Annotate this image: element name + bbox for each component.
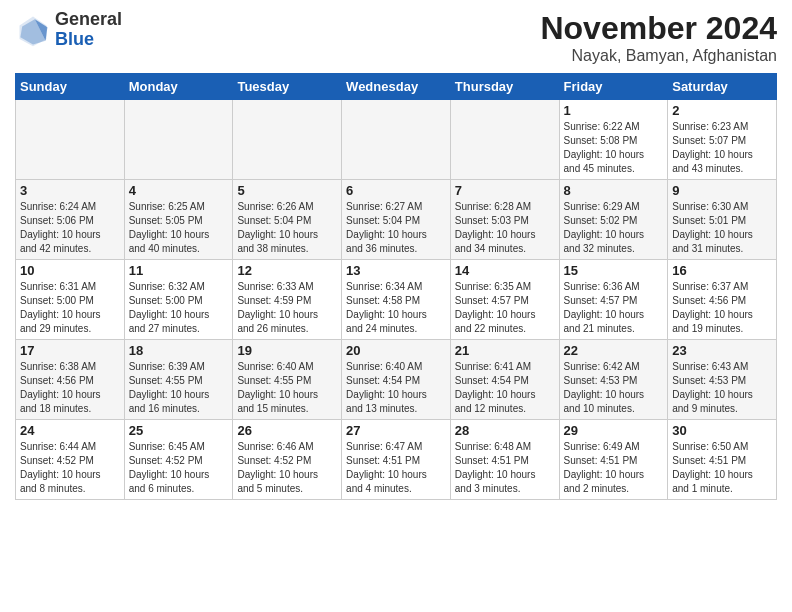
day-number: 8 — [564, 183, 664, 198]
calendar-cell-w5-d2: 26Sunrise: 6:46 AM Sunset: 4:52 PM Dayli… — [233, 420, 342, 500]
day-info: Sunrise: 6:37 AM Sunset: 4:56 PM Dayligh… — [672, 280, 772, 336]
day-info: Sunrise: 6:35 AM Sunset: 4:57 PM Dayligh… — [455, 280, 555, 336]
calendar-cell-w5-d4: 28Sunrise: 6:48 AM Sunset: 4:51 PM Dayli… — [450, 420, 559, 500]
weekday-sunday: Sunday — [16, 74, 125, 100]
day-info: Sunrise: 6:23 AM Sunset: 5:07 PM Dayligh… — [672, 120, 772, 176]
calendar-cell-w2-d6: 9Sunrise: 6:30 AM Sunset: 5:01 PM Daylig… — [668, 180, 777, 260]
calendar-week-3: 10Sunrise: 6:31 AM Sunset: 5:00 PM Dayli… — [16, 260, 777, 340]
day-number: 23 — [672, 343, 772, 358]
calendar-cell-w3-d1: 11Sunrise: 6:32 AM Sunset: 5:00 PM Dayli… — [124, 260, 233, 340]
day-number: 30 — [672, 423, 772, 438]
day-number: 19 — [237, 343, 337, 358]
day-number: 11 — [129, 263, 229, 278]
day-number: 4 — [129, 183, 229, 198]
day-number: 25 — [129, 423, 229, 438]
weekday-monday: Monday — [124, 74, 233, 100]
calendar-cell-w3-d5: 15Sunrise: 6:36 AM Sunset: 4:57 PM Dayli… — [559, 260, 668, 340]
day-number: 24 — [20, 423, 120, 438]
day-info: Sunrise: 6:36 AM Sunset: 4:57 PM Dayligh… — [564, 280, 664, 336]
calendar-cell-w4-d4: 21Sunrise: 6:41 AM Sunset: 4:54 PM Dayli… — [450, 340, 559, 420]
calendar-cell-w2-d5: 8Sunrise: 6:29 AM Sunset: 5:02 PM Daylig… — [559, 180, 668, 260]
calendar-cell-w4-d5: 22Sunrise: 6:42 AM Sunset: 4:53 PM Dayli… — [559, 340, 668, 420]
day-number: 21 — [455, 343, 555, 358]
day-info: Sunrise: 6:25 AM Sunset: 5:05 PM Dayligh… — [129, 200, 229, 256]
calendar-week-1: 1Sunrise: 6:22 AM Sunset: 5:08 PM Daylig… — [16, 100, 777, 180]
calendar-cell-w4-d0: 17Sunrise: 6:38 AM Sunset: 4:56 PM Dayli… — [16, 340, 125, 420]
calendar-cell-w5-d0: 24Sunrise: 6:44 AM Sunset: 4:52 PM Dayli… — [16, 420, 125, 500]
day-info: Sunrise: 6:49 AM Sunset: 4:51 PM Dayligh… — [564, 440, 664, 496]
day-number: 2 — [672, 103, 772, 118]
day-number: 6 — [346, 183, 446, 198]
day-number: 22 — [564, 343, 664, 358]
calendar-cell-w5-d6: 30Sunrise: 6:50 AM Sunset: 4:51 PM Dayli… — [668, 420, 777, 500]
day-number: 17 — [20, 343, 120, 358]
day-info: Sunrise: 6:34 AM Sunset: 4:58 PM Dayligh… — [346, 280, 446, 336]
calendar-cell-w2-d0: 3Sunrise: 6:24 AM Sunset: 5:06 PM Daylig… — [16, 180, 125, 260]
day-info: Sunrise: 6:38 AM Sunset: 4:56 PM Dayligh… — [20, 360, 120, 416]
weekday-tuesday: Tuesday — [233, 74, 342, 100]
title-area: November 2024 Nayak, Bamyan, Afghanistan — [540, 10, 777, 65]
day-info: Sunrise: 6:40 AM Sunset: 4:55 PM Dayligh… — [237, 360, 337, 416]
weekday-friday: Friday — [559, 74, 668, 100]
day-info: Sunrise: 6:41 AM Sunset: 4:54 PM Dayligh… — [455, 360, 555, 416]
day-info: Sunrise: 6:44 AM Sunset: 4:52 PM Dayligh… — [20, 440, 120, 496]
calendar-cell-w1-d6: 2Sunrise: 6:23 AM Sunset: 5:07 PM Daylig… — [668, 100, 777, 180]
day-info: Sunrise: 6:33 AM Sunset: 4:59 PM Dayligh… — [237, 280, 337, 336]
day-info: Sunrise: 6:27 AM Sunset: 5:04 PM Dayligh… — [346, 200, 446, 256]
day-number: 9 — [672, 183, 772, 198]
calendar-cell-w5-d3: 27Sunrise: 6:47 AM Sunset: 4:51 PM Dayli… — [342, 420, 451, 500]
day-number: 14 — [455, 263, 555, 278]
day-info: Sunrise: 6:45 AM Sunset: 4:52 PM Dayligh… — [129, 440, 229, 496]
logo-text: General Blue — [55, 10, 122, 50]
weekday-header-row: SundayMondayTuesdayWednesdayThursdayFrid… — [16, 74, 777, 100]
day-number: 12 — [237, 263, 337, 278]
calendar-cell-w4-d1: 18Sunrise: 6:39 AM Sunset: 4:55 PM Dayli… — [124, 340, 233, 420]
calendar-cell-w5-d1: 25Sunrise: 6:45 AM Sunset: 4:52 PM Dayli… — [124, 420, 233, 500]
calendar-cell-w1-d3 — [342, 100, 451, 180]
calendar-week-4: 17Sunrise: 6:38 AM Sunset: 4:56 PM Dayli… — [16, 340, 777, 420]
calendar-cell-w3-d4: 14Sunrise: 6:35 AM Sunset: 4:57 PM Dayli… — [450, 260, 559, 340]
day-number: 18 — [129, 343, 229, 358]
day-number: 28 — [455, 423, 555, 438]
day-info: Sunrise: 6:46 AM Sunset: 4:52 PM Dayligh… — [237, 440, 337, 496]
day-info: Sunrise: 6:39 AM Sunset: 4:55 PM Dayligh… — [129, 360, 229, 416]
calendar-cell-w2-d2: 5Sunrise: 6:26 AM Sunset: 5:04 PM Daylig… — [233, 180, 342, 260]
calendar-cell-w1-d2 — [233, 100, 342, 180]
calendar-cell-w3-d0: 10Sunrise: 6:31 AM Sunset: 5:00 PM Dayli… — [16, 260, 125, 340]
day-info: Sunrise: 6:48 AM Sunset: 4:51 PM Dayligh… — [455, 440, 555, 496]
day-number: 3 — [20, 183, 120, 198]
calendar-subtitle: Nayak, Bamyan, Afghanistan — [540, 47, 777, 65]
day-number: 10 — [20, 263, 120, 278]
calendar-cell-w3-d2: 12Sunrise: 6:33 AM Sunset: 4:59 PM Dayli… — [233, 260, 342, 340]
calendar-table: SundayMondayTuesdayWednesdayThursdayFrid… — [15, 73, 777, 500]
weekday-wednesday: Wednesday — [342, 74, 451, 100]
weekday-saturday: Saturday — [668, 74, 777, 100]
calendar-cell-w4-d3: 20Sunrise: 6:40 AM Sunset: 4:54 PM Dayli… — [342, 340, 451, 420]
day-info: Sunrise: 6:47 AM Sunset: 4:51 PM Dayligh… — [346, 440, 446, 496]
calendar-cell-w2-d1: 4Sunrise: 6:25 AM Sunset: 5:05 PM Daylig… — [124, 180, 233, 260]
calendar-cell-w1-d1 — [124, 100, 233, 180]
day-info: Sunrise: 6:50 AM Sunset: 4:51 PM Dayligh… — [672, 440, 772, 496]
calendar-cell-w1-d0 — [16, 100, 125, 180]
day-number: 5 — [237, 183, 337, 198]
day-number: 29 — [564, 423, 664, 438]
page-header: General Blue November 2024 Nayak, Bamyan… — [15, 10, 777, 65]
day-number: 7 — [455, 183, 555, 198]
calendar-cell-w1-d4 — [450, 100, 559, 180]
day-info: Sunrise: 6:29 AM Sunset: 5:02 PM Dayligh… — [564, 200, 664, 256]
logo-icon — [15, 12, 51, 48]
calendar-cell-w3-d6: 16Sunrise: 6:37 AM Sunset: 4:56 PM Dayli… — [668, 260, 777, 340]
weekday-thursday: Thursday — [450, 74, 559, 100]
day-number: 1 — [564, 103, 664, 118]
day-info: Sunrise: 6:32 AM Sunset: 5:00 PM Dayligh… — [129, 280, 229, 336]
logo: General Blue — [15, 10, 122, 50]
day-info: Sunrise: 6:26 AM Sunset: 5:04 PM Dayligh… — [237, 200, 337, 256]
calendar-week-5: 24Sunrise: 6:44 AM Sunset: 4:52 PM Dayli… — [16, 420, 777, 500]
day-info: Sunrise: 6:24 AM Sunset: 5:06 PM Dayligh… — [20, 200, 120, 256]
day-number: 16 — [672, 263, 772, 278]
calendar-cell-w5-d5: 29Sunrise: 6:49 AM Sunset: 4:51 PM Dayli… — [559, 420, 668, 500]
calendar-cell-w2-d3: 6Sunrise: 6:27 AM Sunset: 5:04 PM Daylig… — [342, 180, 451, 260]
day-number: 26 — [237, 423, 337, 438]
calendar-cell-w4-d6: 23Sunrise: 6:43 AM Sunset: 4:53 PM Dayli… — [668, 340, 777, 420]
day-info: Sunrise: 6:43 AM Sunset: 4:53 PM Dayligh… — [672, 360, 772, 416]
